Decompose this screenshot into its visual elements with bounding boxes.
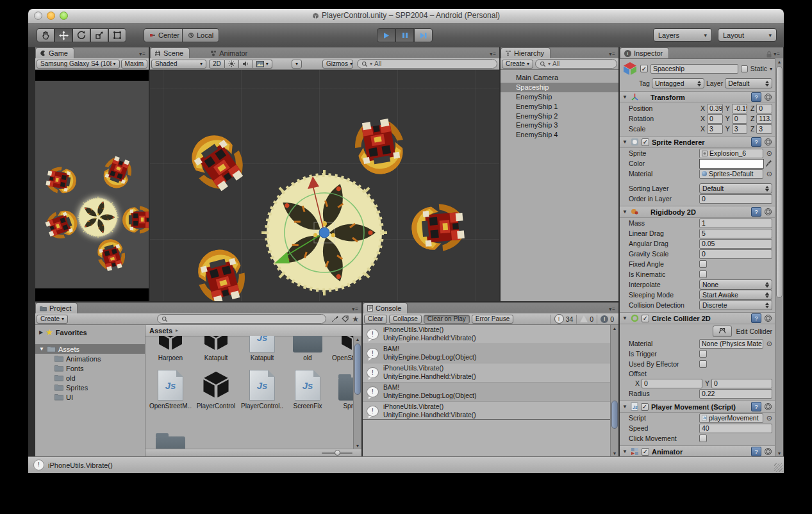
step-button[interactable] (414, 28, 433, 42)
is-trigger-checkbox[interactable] (699, 350, 707, 358)
script-object-field[interactable]: Js playerMovement (699, 413, 763, 423)
physics-material-field[interactable]: None (Physics Mate (699, 339, 763, 349)
project-scrollbar[interactable]: ▲ ▼ (353, 336, 361, 449)
console-log-entry[interactable]: ! iPhoneUtils.Vibrate()UnityEngine.Handh… (363, 402, 610, 419)
project-search-input[interactable] (157, 314, 326, 324)
rotation-x-field[interactable]: 0 (707, 114, 723, 124)
gameobject-name-field[interactable]: Spaceship (650, 64, 738, 74)
pivot-center-button[interactable]: Center (144, 28, 185, 42)
project-breadcrumb[interactable]: Assets▸ (145, 325, 361, 336)
scroll-up-icon[interactable]: ▲ (611, 326, 618, 331)
enemy-ship-sprite[interactable] (344, 108, 414, 179)
layers-dropdown[interactable]: Layers▾ (653, 28, 712, 42)
object-picker-icon[interactable]: ⊙ (766, 170, 772, 178)
rect-tool-button[interactable] (108, 28, 126, 42)
object-picker-icon[interactable]: ⊙ (766, 149, 772, 158)
console-info-count[interactable]: ! 34 (551, 315, 577, 324)
position-y-field[interactable]: -0.155 (732, 104, 748, 113)
tree-item-assets[interactable]: ▼ Assets (35, 344, 145, 354)
asset-playercontrol-scene[interactable]: PlayerControl (195, 370, 237, 410)
panel-menu-icon[interactable]: ▾≡ (490, 51, 499, 58)
gear-icon[interactable] (764, 208, 772, 216)
component-enabled-checkbox[interactable]: ✓ (642, 138, 649, 146)
console-error-pause-button[interactable]: Error Pause (472, 315, 513, 324)
sorting-layer-dropdown[interactable]: Default (699, 183, 772, 194)
tag-dropdown[interactable]: Untagged (652, 78, 704, 88)
tab-inspector[interactable]: i Inspector (620, 47, 669, 58)
rotate-tool-button[interactable] (72, 28, 90, 42)
gravity-scale-field[interactable]: 0 (699, 249, 772, 259)
game-resolution-dropdown[interactable]: Samsung Galaxy S4 (1080x192▾ (37, 60, 120, 69)
enemy-ship-sprite[interactable] (176, 122, 261, 206)
game-view[interactable] (35, 70, 149, 301)
sprite-renderer-header[interactable]: ▼ ✓ Sprite Renderer ? (620, 136, 775, 148)
tree-item-ui[interactable]: UI (35, 392, 145, 402)
position-x-field[interactable]: 0.3977 (707, 104, 723, 113)
enemy-ship-sprite[interactable] (186, 243, 258, 301)
panel-menu-icon[interactable]: ▾≡ (139, 51, 149, 58)
console-warning-count[interactable]: 0 (576, 315, 597, 324)
order-in-layer-field[interactable]: 0 (699, 194, 772, 204)
asset-folder-partial[interactable] (149, 429, 192, 449)
material-object-field[interactable]: Sprites-Default (699, 169, 763, 179)
asset-katapult-scene[interactable]: Katapult (195, 336, 237, 361)
console-log-entry[interactable]: ! BAM!UnityEngine.Debug:Log(Object) (363, 344, 610, 363)
tree-item-sprites[interactable]: Sprites (35, 383, 145, 392)
project-scrollbar-thumb[interactable] (354, 344, 361, 395)
console-clear-button[interactable]: Clear (364, 315, 387, 324)
hand-tool-button[interactable] (37, 28, 54, 42)
draw-mode-dropdown[interactable]: Shaded▾ (151, 60, 206, 69)
status-bar[interactable]: ! iPhoneUtils.Vibrate() (28, 456, 784, 473)
tab-console[interactable]: Console (363, 303, 408, 313)
transform-gizmo[interactable] (260, 169, 388, 297)
edit-collider-button[interactable] (713, 326, 732, 337)
component-enabled-checkbox[interactable]: ✓ (642, 448, 649, 456)
tab-project[interactable]: Project (35, 303, 78, 313)
scroll-down-icon[interactable]: ▼ (611, 451, 618, 456)
console-scrollbar-thumb[interactable] (611, 401, 618, 429)
collision-detection-dropdown[interactable]: Discrete (699, 300, 772, 310)
mass-field[interactable]: 1 (699, 219, 772, 228)
offset-y-field[interactable]: 0 (711, 379, 772, 388)
hierarchy-search-input[interactable]: ▾ All (535, 59, 617, 69)
object-picker-icon[interactable]: ⊙ (766, 340, 772, 348)
eyedropper-icon[interactable] (765, 160, 772, 168)
scale-x-field[interactable]: 3 (707, 124, 723, 134)
scene-search-input[interactable]: ▾ All (357, 59, 497, 69)
position-z-field[interactable]: 0 (756, 104, 772, 113)
gameobject-active-checkbox[interactable]: ✓ (640, 65, 648, 72)
help-icon[interactable]: ? (751, 402, 761, 411)
effects-dropdown-button[interactable]: ▾ (253, 60, 272, 69)
linear-drag-field[interactable]: 5 (699, 229, 772, 238)
titlebar[interactable]: PlayerControl.unity – SPP2004 – Android … (28, 9, 784, 24)
help-icon[interactable]: ? (751, 92, 761, 102)
project-create-dropdown[interactable]: Create▾ (37, 315, 68, 324)
hierarchy-item-enemyship-2[interactable]: EnemyShip 2 (501, 111, 618, 120)
layer-dropdown[interactable]: Default (725, 78, 772, 88)
asset-zoom-slider[interactable] (322, 452, 352, 454)
hierarchy-create-dropdown[interactable]: Create▾ (502, 60, 533, 69)
transform-header[interactable]: ▼ Transform ? (620, 91, 775, 103)
hierarchy-item-spaceship[interactable]: Spaceship (501, 83, 618, 92)
sprite-object-field[interactable]: Explosion_6 (699, 149, 763, 158)
component-enabled-checkbox[interactable]: ✓ (642, 315, 649, 322)
tree-item-old[interactable]: old (35, 373, 145, 383)
offset-x-field[interactable]: 0 (642, 379, 702, 388)
scroll-up-icon[interactable]: ▲ (775, 60, 783, 64)
animator-header[interactable]: ▼ ✓ Animator ? (620, 445, 775, 457)
tab-hierarchy[interactable]: Hierarchy (501, 47, 551, 58)
help-icon[interactable]: ? (751, 137, 761, 147)
rotation-y-field[interactable]: 0 (732, 114, 748, 124)
circle-collider-header[interactable]: ▼ ✓ Circle Collider 2D ? (620, 312, 775, 324)
scroll-down-icon[interactable]: ▼ (775, 451, 783, 456)
console-collapse-button[interactable]: Collapse (389, 315, 422, 324)
play-button[interactable] (377, 28, 395, 42)
layout-dropdown[interactable]: Layout▾ (718, 28, 777, 42)
gear-icon[interactable] (764, 402, 772, 411)
player-movement-header[interactable]: ▼ Js ✓ Player Movement (Script) ? (620, 401, 775, 413)
saved-search-star-icon[interactable]: ★ (352, 315, 359, 324)
console-clear-on-play-button[interactable]: Clear on Play (424, 315, 470, 324)
asset-playercontrol-script[interactable]: Js PlayerControl... (241, 370, 283, 410)
click-movement-checkbox[interactable] (699, 435, 707, 442)
search-by-type-icon[interactable] (331, 315, 338, 322)
